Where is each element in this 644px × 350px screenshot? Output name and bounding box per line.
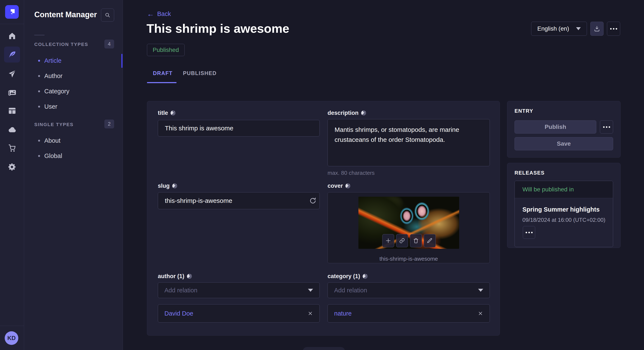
bullet-icon [38, 155, 40, 157]
sidebar-item-label: Global [44, 153, 62, 160]
cart-icon [8, 144, 16, 153]
relation-link[interactable]: nature [334, 310, 352, 317]
bullet-icon [38, 75, 40, 77]
rail-item-content-manager[interactable] [0, 47, 24, 63]
section-single-types: SINGLE TYPES [34, 122, 74, 127]
author-relation-combobox[interactable]: Add relation [158, 282, 320, 298]
rail-item-media-library[interactable] [0, 84, 24, 100]
status-badge: Published [147, 44, 185, 56]
field-label-slug: slug [158, 183, 177, 189]
rail-divider [0, 24, 24, 24]
copy-link-button[interactable] [396, 234, 408, 247]
field-label-cover: cover [328, 183, 350, 189]
main-content: ← Back This shrimp is awesome Published … [123, 0, 644, 350]
localized-globe-icon [170, 111, 176, 116]
bullet-icon [38, 60, 40, 62]
floating-widget-partial[interactable] [303, 347, 345, 350]
locale-select[interactable]: English (en) [531, 22, 587, 36]
collection-types-count-badge: 4 [104, 39, 114, 48]
rail-item-deploy[interactable] [0, 66, 24, 82]
rail-item-settings[interactable] [0, 159, 24, 175]
page-title: This shrimp is awesome [146, 21, 289, 35]
publish-button-label: Publish [544, 124, 566, 130]
sidebar-item-global[interactable]: Global [24, 148, 123, 164]
strapi-logo-icon [8, 8, 16, 15]
more-icon [606, 126, 607, 128]
category-relation-combobox[interactable]: Add relation [328, 282, 490, 298]
remove-relation-icon[interactable] [478, 311, 483, 316]
sidebar-item-user[interactable]: User [24, 99, 123, 114]
search-button[interactable] [101, 8, 114, 22]
title-input[interactable] [158, 120, 320, 137]
tab-published[interactable]: PUBLISHED [183, 70, 216, 76]
slug-input[interactable] [158, 192, 320, 209]
active-tab-underline [147, 82, 176, 83]
rail-item-content-type-builder[interactable] [0, 103, 24, 119]
rail-item-home[interactable] [0, 28, 24, 44]
sidebar-item-about[interactable]: About [24, 133, 123, 148]
field-label-category: category (1) [328, 273, 368, 280]
bullet-icon [38, 140, 40, 142]
layout-icon [8, 106, 16, 115]
description-hint: max. 80 characters [328, 170, 374, 176]
author-relation-item: David Doe [158, 304, 320, 323]
rail-item-cloud[interactable] [0, 122, 24, 138]
save-button-label: Save [557, 140, 571, 147]
combobox-placeholder: Add relation [334, 287, 367, 294]
sidebar-item-author[interactable]: Author [24, 68, 123, 84]
sidebar-item-label: User [44, 103, 57, 110]
entry-more-button[interactable] [600, 120, 613, 134]
cover-field: this-shrimp-is-awesome [328, 192, 490, 263]
link-icon [399, 238, 405, 244]
header-more-button[interactable] [607, 22, 620, 36]
export-button[interactable] [590, 22, 604, 36]
rail-bottom-divider [0, 326, 24, 326]
add-asset-button[interactable] [382, 234, 394, 247]
regenerate-slug-icon[interactable] [309, 197, 317, 204]
save-button[interactable]: Save [514, 137, 613, 150]
publish-button[interactable]: Publish [514, 120, 596, 134]
description-label-text: description [328, 110, 359, 116]
home-icon [8, 32, 16, 41]
combobox-placeholder: Add relation [164, 287, 198, 294]
more-icon [613, 28, 614, 29]
entry-panel: ENTRY Publish Save [507, 101, 620, 158]
edit-asset-button[interactable] [424, 234, 436, 247]
delete-asset-button[interactable] [410, 234, 422, 247]
entry-panel-title: ENTRY [514, 108, 533, 114]
rail-item-marketplace[interactable] [0, 140, 24, 156]
description-textarea[interactable]: Mantis shrimps, or stomatopods, are mari… [328, 119, 490, 166]
category-relation-item: nature [328, 304, 490, 323]
chevron-down-icon [478, 289, 483, 292]
gear-icon [8, 163, 16, 172]
releases-panel: RELEASES Will be published in Spring Sum… [507, 163, 620, 248]
tab-draft[interactable]: DRAFT [153, 70, 172, 76]
field-label-title: title [158, 110, 176, 116]
author-label-text: author (1) [158, 273, 184, 280]
title-label-text: title [158, 110, 168, 116]
active-item-indicator [122, 54, 122, 68]
cover-image[interactable] [358, 197, 459, 249]
strapi-logo[interactable] [5, 5, 19, 19]
slug-label-text: slug [158, 183, 170, 189]
sidebar-item-article[interactable]: Article [24, 53, 123, 68]
plus-icon [385, 238, 391, 244]
avatar[interactable]: KD [5, 331, 18, 345]
chevron-down-icon [308, 289, 313, 292]
bullet-icon [38, 90, 40, 92]
sidebar-item-category[interactable]: Category [24, 84, 123, 99]
localized-globe-icon [363, 274, 368, 279]
relation-link[interactable]: David Doe [164, 310, 193, 317]
remove-relation-icon[interactable] [308, 311, 313, 316]
search-icon [104, 12, 110, 18]
release-name[interactable]: Spring Summer highlights [522, 206, 600, 213]
back-link[interactable]: ← Back [147, 10, 171, 17]
content-manager-sidebar: Content Manager COLLECTION TYPES 4 Artic… [24, 0, 123, 350]
localized-globe-icon [172, 183, 177, 188]
edit-form-card: title description Mantis shrimps, or sto… [147, 101, 500, 336]
section-collection-types: COLLECTION TYPES [34, 42, 88, 47]
release-more-button[interactable] [523, 226, 535, 239]
sidebar-item-label: Category [44, 88, 70, 95]
header-actions: English (en) [531, 22, 620, 36]
sidebar-item-label: Article [44, 57, 62, 64]
